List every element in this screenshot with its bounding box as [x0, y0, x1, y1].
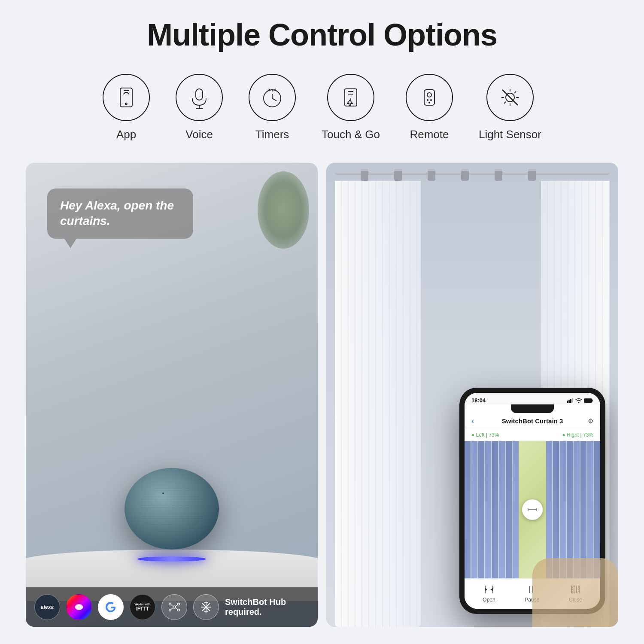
plant-decoration	[258, 171, 309, 249]
curtain-clips	[361, 169, 536, 181]
left-indicator: ● Left | 73%	[471, 432, 499, 438]
snowflake-icon	[200, 601, 213, 614]
control-touch-go: Touch & Go	[322, 74, 380, 141]
clip-5	[495, 169, 502, 181]
settings-gear[interactable]: ⚙	[588, 417, 593, 425]
control-app: App	[103, 74, 150, 141]
arrows-icon	[528, 507, 537, 513]
light-sensor-icon-circle	[486, 74, 534, 121]
status-icons	[567, 398, 593, 403]
ifttt-text: IFTTT	[136, 606, 149, 612]
shortcuts-badge	[66, 594, 92, 620]
logos-bar: alexa	[26, 587, 318, 627]
speech-text: Hey Alexa, open the curtains.	[60, 199, 174, 228]
app-label: App	[116, 128, 136, 141]
hub-icon	[167, 600, 182, 614]
open-label: Open	[483, 597, 495, 603]
right-panel: 18:04 ‹ SwitchBot Curtain	[326, 163, 618, 627]
echo-ring	[137, 556, 206, 562]
battery-icon	[584, 398, 593, 403]
timers-label: Timers	[255, 128, 289, 141]
back-button[interactable]: ‹	[471, 416, 474, 425]
remote-icon	[417, 85, 441, 109]
phone-header: ‹ SwitchBot Curtain 3 ⚙	[465, 413, 600, 429]
svg-rect-50	[568, 400, 570, 403]
svg-point-18	[427, 99, 428, 101]
clip-1	[361, 169, 368, 181]
phone-time: 18:04	[471, 397, 486, 404]
light-sensor-icon	[498, 85, 522, 109]
svg-rect-49	[567, 401, 568, 403]
svg-line-38	[176, 605, 178, 607]
echo-texture	[139, 484, 205, 533]
alexa-text: alexa	[41, 604, 54, 610]
indicators-row: ● Left | 73% ● Right | 73%	[465, 429, 600, 441]
remote-icon-circle	[406, 74, 453, 121]
touch-icon-circle	[327, 74, 374, 121]
clip-3	[428, 169, 435, 181]
right-stripes	[543, 441, 600, 578]
google-icon	[105, 601, 117, 613]
curtain-left	[335, 181, 421, 627]
svg-point-2	[125, 103, 127, 105]
svg-line-37	[171, 605, 173, 607]
svg-line-40	[176, 608, 178, 610]
svg-point-35	[169, 609, 171, 611]
action-open[interactable]: Open	[483, 584, 495, 603]
svg-line-28	[514, 91, 516, 93]
speech-bubble: Hey Alexa, open the curtains.	[47, 188, 193, 239]
svg-rect-52	[572, 398, 573, 403]
hand-silhouette	[532, 558, 618, 627]
app-title: SwitchBot Curtain 3	[502, 417, 563, 425]
voice-label: Voice	[185, 128, 213, 141]
touch-go-label: Touch & Go	[322, 128, 380, 141]
curtain-app-visual	[465, 441, 600, 578]
svg-line-29	[504, 102, 506, 103]
wifi-icon	[575, 398, 582, 403]
remote-label: Remote	[410, 128, 449, 141]
app-curtain-left	[465, 441, 522, 578]
svg-rect-55	[592, 399, 593, 401]
svg-line-9	[272, 98, 276, 101]
ifttt-works-text: Works with	[134, 603, 150, 606]
svg-point-53	[578, 402, 580, 403]
open-icon	[483, 584, 495, 595]
clip-2	[394, 169, 402, 181]
page-wrapper: Multiple Control Options App	[0, 0, 644, 644]
clip-6	[528, 169, 536, 181]
microphone-icon	[187, 85, 211, 109]
images-row: Hey Alexa, open the curtains.	[26, 163, 618, 627]
right-indicator: ● Right | 73%	[562, 432, 593, 438]
control-remote: Remote	[406, 74, 453, 141]
svg-point-33	[169, 603, 171, 605]
ifttt-badge: Works with IFTTT	[130, 594, 155, 620]
clock-icon	[260, 85, 284, 109]
svg-rect-54	[584, 398, 592, 403]
hub-required-text: SwitchBot Hub required.	[225, 597, 309, 617]
curtain-handle[interactable]	[522, 499, 543, 520]
app-icon-circle	[103, 74, 150, 121]
phone-notch	[511, 404, 554, 413]
google-badge	[98, 594, 124, 620]
left-panel: Hey Alexa, open the curtains.	[26, 163, 318, 627]
left-panel-inner: Hey Alexa, open the curtains.	[26, 163, 318, 627]
smartthings-badge	[193, 594, 219, 620]
hub-badge	[161, 594, 187, 620]
light-sensor-label: Light Sensor	[479, 128, 541, 141]
control-voice: Voice	[176, 74, 223, 141]
controls-row: App Voice	[26, 74, 618, 141]
control-light-sensor: Light Sensor	[479, 74, 541, 141]
touch-icon	[339, 85, 363, 109]
echo-top-btn	[162, 492, 164, 494]
svg-point-32	[173, 606, 176, 608]
signal-icon	[567, 398, 574, 403]
timers-icon-circle	[249, 74, 296, 121]
clip-4	[461, 169, 469, 181]
svg-point-34	[178, 603, 180, 605]
svg-rect-51	[570, 399, 571, 403]
left-stripes	[465, 441, 522, 578]
status-bar: 18:04	[465, 393, 600, 404]
svg-point-17	[427, 93, 431, 97]
svg-line-39	[171, 608, 173, 610]
app-curtain-right	[543, 441, 600, 578]
